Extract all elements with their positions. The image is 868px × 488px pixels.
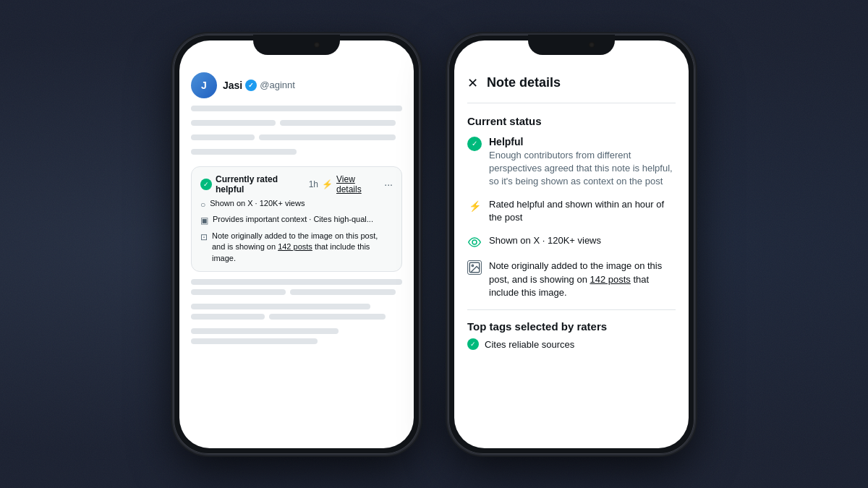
current-status-section: Current status ✓ Helpful Enough contribu… bbox=[467, 115, 676, 300]
views-status-text: Shown on X · 120K+ views bbox=[489, 234, 601, 247]
avatar: J bbox=[191, 72, 217, 98]
verified-badge-icon: ✓ bbox=[245, 80, 257, 91]
lightning-icon: ⚡ bbox=[322, 179, 333, 189]
note-details-title: Note details bbox=[487, 75, 561, 90]
note-info-image-posts: ⊡ Note originally added to the image on … bbox=[200, 231, 393, 264]
tweet-handle: @aginnt bbox=[260, 80, 295, 90]
image-posts-text: Note originally added to the image on th… bbox=[489, 260, 676, 299]
lightning-status-text: Rated helpful and shown within an hour o… bbox=[489, 198, 676, 224]
top-tags-title: Top tags selected by raters bbox=[467, 320, 676, 333]
status-item-lightning: ⚡ Rated helpful and shown within an hour… bbox=[467, 198, 676, 224]
top-tags-section: Top tags selected by raters ✓ Cites reli… bbox=[467, 309, 676, 350]
posts-count-link[interactable]: 142 posts bbox=[278, 242, 312, 251]
status-item-helpful: ✓ Helpful Enough contributors from diffe… bbox=[467, 136, 676, 189]
tweet-content-skeleton bbox=[191, 106, 402, 159]
helpful-label: Helpful bbox=[489, 136, 676, 147]
tweet-user-info: Jasi ✓ @aginnt bbox=[223, 80, 295, 91]
eye-icon: ○ bbox=[200, 199, 205, 211]
tag-label: Cites reliable sources bbox=[485, 339, 574, 350]
photo-icon: ⊡ bbox=[200, 231, 208, 244]
current-status-title: Current status bbox=[467, 115, 676, 127]
phones-container: J Jasi ✓ @aginnt bbox=[174, 35, 694, 454]
phone-screen-right: ✕ Note details Current status ✓ Helpful … bbox=[454, 40, 689, 448]
phone-notch bbox=[253, 35, 340, 55]
tweet-name: Jasi ✓ @aginnt bbox=[223, 80, 295, 91]
status-item-views: Shown on X · 120K+ views bbox=[467, 234, 676, 249]
helpful-description: Enough contributors from different persp… bbox=[489, 149, 676, 189]
screen-content-left: J Jasi ✓ @aginnt bbox=[179, 64, 414, 448]
note-info-context: ▣ Provides important context · Cites hig… bbox=[200, 214, 393, 227]
helpful-status-icon: ✓ bbox=[467, 137, 482, 151]
note-info-views: ○ Shown on X · 120K+ views bbox=[200, 198, 393, 211]
svg-point-0 bbox=[472, 240, 477, 244]
status-item-image-posts: Note originally added to the image on th… bbox=[467, 260, 676, 299]
more-options-icon[interactable]: ··· bbox=[384, 179, 393, 190]
tag-check-icon: ✓ bbox=[467, 338, 479, 350]
phone-notch-right bbox=[528, 35, 615, 55]
view-details-link[interactable]: View details bbox=[336, 174, 380, 194]
tweet-header: J Jasi ✓ @aginnt bbox=[191, 72, 402, 98]
svg-point-2 bbox=[472, 265, 473, 267]
screen-content-right: ✕ Note details Current status ✓ Helpful … bbox=[454, 64, 689, 448]
note-details-header: ✕ Note details bbox=[467, 75, 676, 103]
eye-status-icon bbox=[467, 235, 482, 249]
helpful-status-text: Helpful Enough contributors from differe… bbox=[489, 136, 676, 189]
phone-screen-left: J Jasi ✓ @aginnt bbox=[179, 40, 414, 448]
bottom-skeleton bbox=[191, 279, 402, 344]
helpful-check-icon: ✓ bbox=[200, 179, 212, 190]
image-status-icon bbox=[467, 260, 482, 275]
image-posts-count-link[interactable]: 142 posts bbox=[590, 274, 630, 285]
note-status-text: Currently rated helpful bbox=[216, 174, 305, 194]
phone-note-details: ✕ Note details Current status ✓ Helpful … bbox=[448, 35, 694, 454]
tag-item-cites: ✓ Cites reliable sources bbox=[467, 338, 676, 350]
community-note-box: ✓ Currently rated helpful 1h ⚡ View deta… bbox=[191, 166, 402, 273]
image-small-icon: ▣ bbox=[200, 215, 208, 227]
phone-tweet-view: J Jasi ✓ @aginnt bbox=[174, 35, 420, 454]
close-button[interactable]: ✕ bbox=[467, 75, 478, 91]
note-time: 1h bbox=[309, 179, 318, 189]
lightning-status-icon: ⚡ bbox=[467, 199, 482, 213]
